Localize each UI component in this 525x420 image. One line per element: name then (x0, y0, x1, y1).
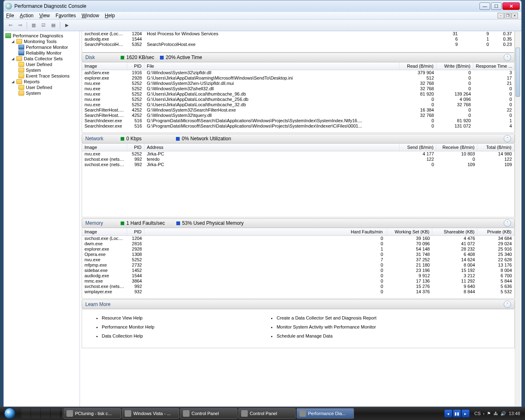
table-row[interactable]: mfpmp.exe2732021 1808 00413 176 (82, 262, 514, 268)
mdi-close-button[interactable]: × (511, 13, 518, 18)
menu-favorites[interactable]: Favorites (56, 13, 76, 18)
menu-help[interactable]: Help (105, 13, 115, 18)
table-row[interactable]: SearchFilterHost.exe4252G:\Windows\Syste… (82, 107, 514, 113)
scrollbar-thumb[interactable] (516, 48, 520, 97)
help-link[interactable]: Performance Monitor Help (102, 322, 154, 331)
table-row[interactable]: SearchProtocolHos...5352SearchProtocolHo… (82, 42, 514, 47)
table-row[interactable]: svchost.exe (LocalS...1204Host Process f… (82, 31, 514, 37)
learn-more-panel: Learn More ˄ Resource View HelpPerforman… (82, 299, 515, 348)
tree-reliability-monitor[interactable]: Reliability Monitor (5, 50, 79, 56)
taskbar-button[interactable]: Control Panel (180, 408, 237, 419)
menu-action[interactable]: Action (20, 13, 33, 18)
help-link[interactable]: Resource View Help (102, 313, 154, 322)
minimize-button[interactable] (479, 2, 490, 10)
table-row[interactable]: dwm.exe2816070 09641 07229 024 (82, 241, 514, 247)
tree-reports-system[interactable]: System (5, 90, 79, 96)
table-row[interactable]: svchost.exe (netsvcs)992015 2769 6405 63… (82, 284, 514, 289)
table-row[interactable]: explorer.exe2928154 14828 23225 916 (82, 247, 514, 252)
taskbar-button[interactable]: Windows Vista - ... (122, 408, 179, 419)
collapse-button[interactable]: ˄ (504, 54, 511, 61)
clock[interactable]: 13:48 (509, 411, 520, 416)
table-row[interactable]: Opera.exe1308031 7486 40825 340 (82, 252, 514, 257)
folder-icon (16, 39, 22, 44)
table-row[interactable]: svchost.exe (LocalS...1204039 1604 47634… (82, 236, 514, 241)
show-hide-tree-button[interactable]: ▥ (30, 21, 38, 30)
forward-button[interactable]: ⇨ (16, 21, 24, 30)
table-row[interactable]: nvu.exe5252G:\Users\Jirka\AppData\Local\… (82, 91, 514, 97)
table-row[interactable]: nvu.exe5252G:\Users\Jirka\AppData\Local\… (82, 97, 514, 102)
table-row[interactable]: ashServ.exe1916G:\Windows\System32\zipfl… (82, 70, 514, 75)
nav-tree[interactable]: Performance Diagnostics ◢Monitoring Tool… (4, 31, 80, 406)
tree-system[interactable]: System (5, 67, 79, 73)
memory-panel-header[interactable]: Memory 1 Hard Faults/sec 53% Used Physic… (82, 218, 515, 228)
tree-root[interactable]: Performance Diagnostics (5, 33, 79, 39)
stop-button[interactable] (73, 21, 81, 30)
collapse-button[interactable]: ˄ (504, 135, 511, 142)
network-columns[interactable]: ImagePIDAddressSend (B/min)Receive (B/mi… (82, 144, 514, 151)
close-button[interactable] (502, 2, 520, 10)
back-button[interactable]: ⇦ (6, 21, 14, 30)
table-row[interactable]: nvu.exe5252G:\Windows\System32\en-US\zip… (82, 81, 514, 86)
taskbar-button[interactable]: Performance Dia... (297, 408, 354, 419)
tree-data-collector-sets[interactable]: ◢Data Collector Sets (5, 56, 79, 62)
tree-event-trace-sessions[interactable]: Event Trace Sessions (5, 73, 79, 79)
wmp-toolbar[interactable]: ◂▮▮▸ (444, 409, 470, 418)
table-row[interactable]: nvu.exe5252Jirka-PC4 17710 80314 980 (82, 151, 514, 157)
taskbar[interactable]: PCtuning - tisk c...Windows Vista - ...C… (0, 407, 525, 420)
table-row[interactable]: svchost.exe (netsvcs)992teredo1220122 (82, 157, 514, 162)
app-icon (66, 410, 73, 417)
folder-icon (18, 85, 24, 90)
titlebar[interactable]: Performance Diagnostic Console (4, 0, 521, 12)
table-row[interactable]: nvu.exe5252G:\Windows\System32\shell32.d… (82, 86, 514, 91)
taskbar-button[interactable]: Control Panel (238, 408, 296, 419)
disk-columns[interactable]: ImagePIDFileRead (B/min)Write (B/min)Res… (82, 62, 514, 70)
tree-user-defined[interactable]: User Defined (5, 62, 79, 67)
table-row[interactable]: mmc.exe3864017 13611 2925 844 (82, 278, 514, 284)
folder-icon (18, 68, 24, 73)
table-row[interactable]: nvu.exe5252G:\Users\Jirka\AppData\Local\… (82, 102, 514, 107)
network-panel-header[interactable]: Network 0 Kbps 0% Network Utilization ˄ (82, 134, 515, 144)
language-indicator[interactable]: CS (475, 411, 481, 416)
table-row[interactable]: explorer.exe2928G:\Users\Jirka\AppData\R… (82, 75, 514, 81)
start-button[interactable] (2, 407, 18, 420)
network-icon[interactable]: 🖧 (493, 411, 498, 416)
table-row[interactable]: audiodg.exe1544610.35 (82, 37, 514, 42)
help-link[interactable]: Create a Data Collector Set and Diagnosi… (276, 313, 376, 322)
menu-file[interactable]: File (6, 13, 14, 18)
table-row[interactable]: sidebar.exe1452023 19615 1928 004 (82, 268, 514, 273)
collapse-button[interactable]: ˄ (504, 301, 511, 308)
mdi-restore-button[interactable]: ❐ (504, 13, 511, 18)
help-link[interactable]: Monitor System Activity with Performance… (276, 322, 376, 331)
play-button[interactable]: ▶ (63, 21, 71, 30)
table-row[interactable]: SearchIndexer.exe516G:\ProgramData\Micro… (82, 118, 514, 123)
menu-window[interactable]: Window (82, 13, 99, 18)
menu-view[interactable]: View (39, 13, 50, 18)
mdi-minimize-button[interactable]: - (498, 13, 504, 18)
maximize-button[interactable] (491, 2, 502, 10)
properties-button[interactable]: ☑ (39, 21, 48, 30)
tray-expand-icon[interactable]: ‹ (483, 411, 485, 416)
tree-performance-monitor[interactable]: Performance Monitor (5, 44, 79, 50)
view-button[interactable]: ▤ (49, 21, 57, 30)
table-row[interactable]: svchost.exe (netsvcs)992Jirka-PC0109109 (82, 162, 514, 167)
volume-icon[interactable]: 🔊 (500, 411, 506, 416)
table-row[interactable]: audiodg.exe154409 9123 2126 700 (82, 273, 514, 278)
table-row[interactable]: SearchIndexer.exe516G:\ProgramData\Micro… (82, 123, 514, 129)
tray-icon[interactable]: ⚑ (487, 411, 491, 416)
help-link[interactable]: Data Collection Help (102, 331, 154, 340)
memory-columns[interactable]: ImagePIDHard Faults/minWorking Set (KB)S… (82, 228, 514, 236)
quick-launch[interactable] (19, 409, 63, 418)
tree-reports[interactable]: ◢Reports (5, 79, 79, 84)
table-row[interactable]: SearchFilterHost.exe4252G:\Windows\Syste… (82, 113, 514, 118)
table-row[interactable]: wmplayer.exe932014 3768 8445 532 (82, 289, 514, 294)
taskbar-button[interactable]: PCtuning - tisk c... (64, 408, 121, 419)
collapse-button[interactable]: ˄ (504, 219, 511, 227)
learn-more-header[interactable]: Learn More ˄ (82, 299, 515, 309)
tree-monitoring-tools[interactable]: ◢Monitoring Tools (5, 39, 79, 44)
table-row[interactable]: nvu.exe5252737 25214 62422 628 (82, 257, 514, 262)
vertical-scrollbar[interactable] (515, 31, 520, 406)
disk-panel-header[interactable]: Disk 1620 KB/sec 20% Active Time ˄ (82, 52, 515, 62)
system-tray[interactable]: ◂▮▮▸ CS ‹ ⚑ 🖧 🔊 13:48 (444, 409, 523, 418)
help-link[interactable]: Schedule and Manage Data (276, 331, 376, 340)
tree-reports-user-defined[interactable]: User Defined (5, 84, 79, 90)
